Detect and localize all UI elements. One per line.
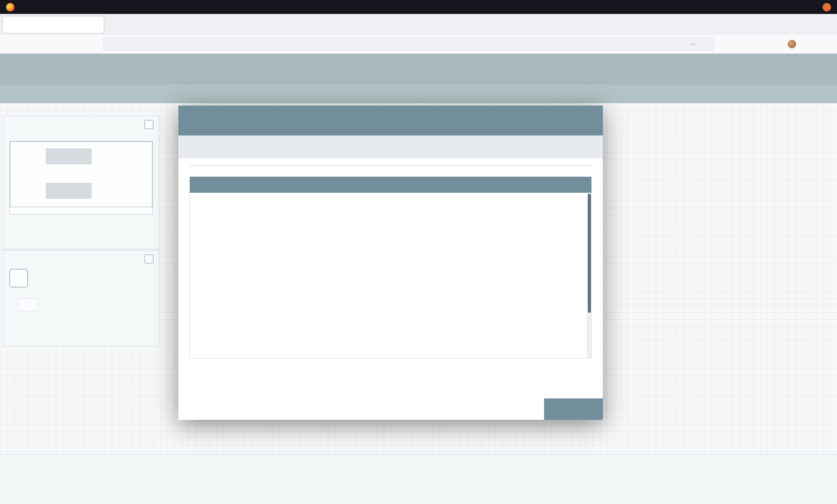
extension-pinwheel-icon[interactable] — [804, 40, 813, 49]
tracking-protection-icon[interactable] — [108, 41, 115, 48]
browser-tab[interactable] — [3, 16, 104, 33]
zoom-level-badge[interactable] — [690, 43, 697, 45]
browser-action-icons — [722, 40, 828, 49]
minus-icon — [146, 256, 152, 262]
ublock-extension-icon[interactable] — [771, 40, 780, 49]
maximize-button[interactable] — [808, 3, 815, 10]
status-bar-right — [803, 90, 828, 98]
canvas-footer — [0, 454, 837, 504]
downloads-icon[interactable] — [738, 40, 747, 49]
panel-toggle-icon[interactable] — [820, 90, 828, 98]
selected-component-info — [3, 267, 159, 287]
properties-table-header — [190, 177, 591, 193]
lock-icon[interactable] — [119, 41, 126, 48]
refresh-group — [23, 90, 35, 98]
navigate-panel — [3, 116, 159, 249]
dialog-tabs — [189, 165, 592, 166]
trash-icon — [23, 302, 30, 308]
nifi-status-bar — [0, 84, 837, 103]
window-titlebar — [0, 0, 837, 14]
stop-and-configure-button[interactable] — [580, 143, 592, 151]
ok-button[interactable] — [544, 398, 603, 420]
tab-close-icon[interactable] — [94, 22, 99, 27]
running-status-icon — [189, 144, 196, 150]
dialog-header — [178, 106, 603, 135]
operate-panel-header — [3, 251, 159, 267]
new-tab-button[interactable] — [109, 18, 122, 31]
firefox-logo-icon — [6, 3, 14, 11]
properties-rows — [190, 193, 591, 358]
table-scrollbar-thumb[interactable] — [588, 194, 591, 313]
close-icon — [825, 5, 829, 9]
processor-badge — [9, 269, 28, 287]
browser-menu-icon[interactable] — [820, 40, 828, 48]
navigate-collapse-button[interactable] — [144, 120, 153, 129]
account-icon[interactable] — [755, 40, 764, 49]
birdseye-minimap[interactable] — [9, 141, 153, 215]
search-icon[interactable] — [803, 90, 812, 98]
bookmark-star-icon[interactable] — [701, 40, 708, 48]
operate-collapse-button[interactable] — [144, 254, 153, 263]
plus-icon — [112, 21, 119, 28]
operate-icon — [9, 255, 16, 262]
processor-details-dialog — [178, 106, 603, 420]
global-menu-icon[interactable] — [815, 63, 828, 74]
navigate-icon — [9, 121, 16, 128]
minimap-component — [46, 183, 92, 199]
delete-button[interactable] — [18, 298, 38, 311]
close-window-button[interactable] — [823, 3, 831, 11]
properties-table — [189, 176, 592, 359]
operate-panel — [3, 250, 159, 346]
component-id — [3, 287, 159, 295]
nifi-favicon — [7, 21, 14, 28]
flow-canvas[interactable] — [0, 103, 837, 504]
navigate-panel-header — [3, 116, 159, 133]
navigate-controls — [3, 133, 159, 136]
browser-toolbar — [0, 35, 837, 54]
nifi-drop-icon — [9, 63, 20, 76]
dialog-status-row — [178, 135, 603, 158]
processor-icon — [12, 271, 25, 285]
table-scrollbar — [587, 193, 591, 358]
refresh-icon[interactable] — [23, 90, 31, 98]
stop-configure-icon — [580, 143, 588, 151]
url-bar[interactable] — [103, 37, 714, 51]
header-right — [806, 63, 828, 74]
back-button[interactable] — [6, 38, 19, 51]
nifi-logo — [8, 61, 20, 76]
nifi-header — [0, 54, 837, 84]
browser-tab-bar — [0, 14, 837, 35]
forward-button[interactable] — [23, 38, 36, 51]
minimize-button[interactable] — [793, 3, 800, 10]
minimap-component — [46, 148, 92, 164]
pocket-icon[interactable] — [722, 40, 731, 49]
dialog-body — [178, 158, 603, 359]
minus-icon — [146, 122, 152, 127]
profile-avatar[interactable] — [788, 40, 796, 48]
operate-buttons-row2 — [3, 298, 159, 311]
reload-button[interactable] — [40, 38, 53, 51]
window-controls — [793, 3, 831, 11]
